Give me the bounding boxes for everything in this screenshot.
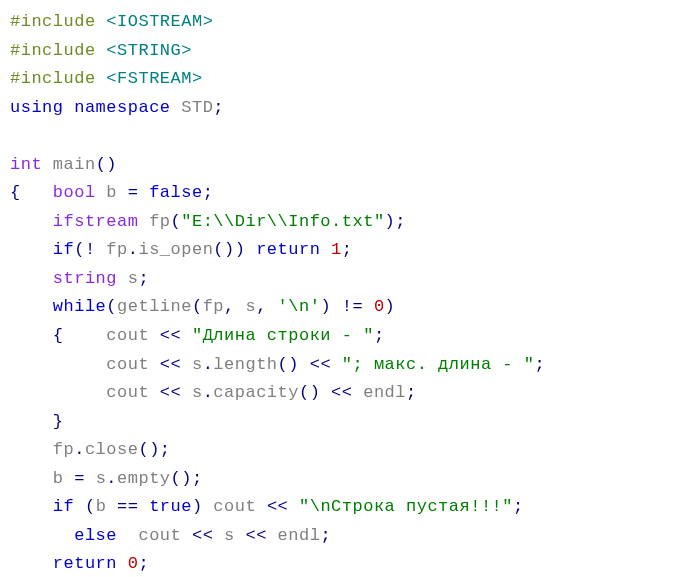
id-std: STD (181, 98, 213, 117)
code-block: #include <IOSTREAM> #include <STRING> #i… (10, 8, 683, 577)
kw-using: using (10, 98, 64, 117)
type-string: string (53, 269, 117, 288)
str-empty: "\nСтрока пустая!!!" (299, 497, 513, 516)
inc-fstream: <FSTREAM> (106, 69, 202, 88)
str-len: "Длина строки - " (192, 326, 374, 345)
str-max: "; макс. длинa - " (342, 355, 535, 374)
kw-namespace: namespace (74, 98, 170, 117)
type-int: int (10, 155, 42, 174)
kw-include: include (21, 12, 96, 31)
str-path: "E:\\Dir\\Info.txt" (181, 212, 384, 231)
inc-string: <STRING> (106, 41, 192, 60)
type-ifstream: ifstream (53, 212, 139, 231)
hash: # (10, 12, 21, 31)
inc-iostream: <IOSTREAM> (106, 12, 213, 31)
fn-main: main (53, 155, 96, 174)
type-bool: bool (53, 183, 96, 202)
